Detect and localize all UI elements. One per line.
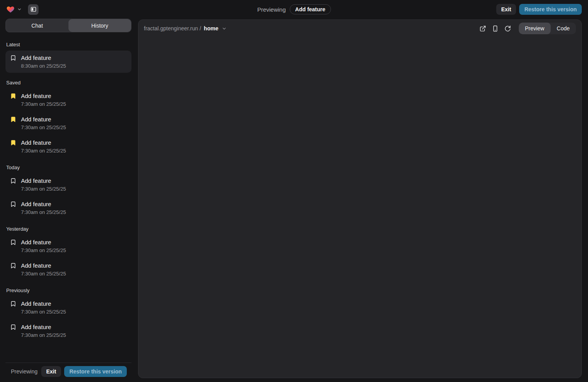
preview-code-toggle: Preview Code: [519, 23, 576, 34]
bookmark-icon[interactable]: [10, 201, 16, 207]
open-in-new-tab-button[interactable]: [478, 23, 488, 34]
exit-button[interactable]: Exit: [496, 4, 516, 15]
lovable-heart-logo-icon[interactable]: [6, 5, 15, 14]
refresh-button[interactable]: [502, 23, 513, 34]
history-item[interactable]: Add feature 8:30am on 25/25/25: [5, 51, 131, 73]
history-item-title: Add feature: [21, 201, 51, 207]
tab-history[interactable]: History: [68, 19, 131, 32]
history-item[interactable]: Add feature 7:30am on 25/25/25: [5, 173, 131, 196]
url-domain: fractal.gptengineer.run /: [144, 25, 201, 32]
history-item[interactable]: Add feature 7:30am on 25/25/25: [5, 135, 131, 158]
history-item-title: Add feature: [21, 93, 51, 99]
preview-panel: fractal.gptengineer.run / home: [138, 19, 582, 378]
history-item-title: Add feature: [21, 239, 51, 245]
bookmark-icon[interactable]: [10, 263, 16, 269]
history-item-timestamp: 7:30am on 25/25/25: [21, 271, 127, 277]
preview-topbar: fractal.gptengineer.run / home: [138, 20, 581, 37]
external-link-icon: [480, 25, 486, 32]
history-item-title: Add feature: [21, 300, 51, 307]
section-title-previously: Previously: [6, 287, 131, 293]
section-title-latest: Latest: [6, 42, 131, 47]
chevron-down-icon[interactable]: [222, 26, 227, 31]
history-item-timestamp: 8:30am on 25/25/25: [21, 63, 127, 69]
history-item-title: Add feature: [21, 262, 51, 269]
chat-history-tabs: Chat History: [5, 19, 131, 32]
bookmark-icon[interactable]: [10, 324, 16, 330]
version-history-list: Latest Add feature 8:30am on 25/25/25 Sa…: [5, 32, 131, 363]
app-header: Previewing Add feature Exit Restore this…: [0, 0, 588, 19]
bookmark-icon[interactable]: [10, 239, 16, 245]
header-left: [6, 4, 138, 15]
history-item-timestamp: 7:30am on 25/25/25: [21, 332, 127, 338]
history-item-title: Add feature: [21, 54, 51, 61]
history-item[interactable]: Add feature 7:30am on 25/25/25: [5, 258, 131, 280]
history-item-timestamp: 7:30am on 25/25/25: [21, 186, 127, 192]
history-item[interactable]: Add feature 7:30am on 25/25/25: [5, 235, 131, 257]
url-breadcrumb[interactable]: fractal.gptengineer.run / home: [144, 25, 227, 32]
restore-version-button[interactable]: Restore this version: [519, 4, 582, 15]
exit-button[interactable]: Exit: [41, 366, 61, 377]
history-item-timestamp: 7:30am on 25/25/25: [21, 247, 127, 253]
tab-chat[interactable]: Chat: [6, 19, 68, 32]
header-center: Previewing Add feature: [138, 4, 450, 14]
history-item-timestamp: 7:30am on 25/25/25: [21, 148, 127, 154]
history-item-title: Add feature: [21, 139, 51, 146]
bookmark-icon[interactable]: [10, 178, 16, 184]
section-title-saved: Saved: [6, 80, 131, 86]
preview-topbar-actions: Preview Code: [478, 23, 576, 34]
bookmark-icon[interactable]: [10, 55, 16, 61]
refresh-icon: [504, 25, 511, 32]
tab-preview[interactable]: Preview: [519, 23, 551, 34]
history-item-title: Add feature: [21, 116, 51, 123]
chevron-down-icon[interactable]: [17, 7, 22, 12]
history-item[interactable]: Add feature 7:30am on 25/25/25: [5, 296, 131, 319]
mobile-view-button[interactable]: [490, 23, 501, 34]
version-name-badge[interactable]: Add feature: [290, 4, 331, 14]
history-item-title: Add feature: [21, 177, 51, 184]
preview-content[interactable]: [138, 37, 581, 378]
bookmark-filled-icon[interactable]: [10, 140, 16, 146]
history-item-timestamp: 7:30am on 25/25/25: [21, 124, 127, 130]
history-item[interactable]: Add feature 7:30am on 25/25/25: [5, 197, 131, 219]
history-sidebar: Chat History Latest Add feature 8:30am o…: [5, 19, 131, 382]
history-item[interactable]: Add feature 7:30am on 25/25/25: [5, 112, 131, 134]
history-item-title: Add feature: [21, 324, 51, 330]
bookmark-icon[interactable]: [10, 301, 16, 307]
panel-left-icon: [30, 6, 37, 12]
sidebar-footer: Previewing Exit Restore this version: [5, 363, 131, 382]
history-item[interactable]: Add feature 7:30am on 25/25/25: [5, 89, 131, 111]
tab-code[interactable]: Code: [551, 23, 576, 34]
history-item[interactable]: Add feature 7:30am on 25/25/25: [5, 320, 131, 342]
smartphone-icon: [492, 25, 499, 32]
restore-version-button[interactable]: Restore this version: [64, 366, 127, 377]
history-item-timestamp: 7:30am on 25/25/25: [21, 309, 127, 315]
header-right: Exit Restore this version: [450, 4, 582, 15]
previewing-label: Previewing: [11, 368, 38, 375]
history-item-timestamp: 7:30am on 25/25/25: [21, 209, 127, 215]
section-title-yesterday: Yesterday: [6, 226, 131, 232]
bookmark-filled-icon[interactable]: [10, 116, 16, 123]
sidebar-toggle-button[interactable]: [28, 4, 38, 15]
previewing-label: Previewing: [257, 6, 285, 13]
section-title-today: Today: [6, 165, 131, 170]
history-item-timestamp: 7:30am on 25/25/25: [21, 101, 127, 107]
bookmark-filled-icon[interactable]: [10, 93, 16, 99]
url-page: home: [204, 25, 218, 32]
